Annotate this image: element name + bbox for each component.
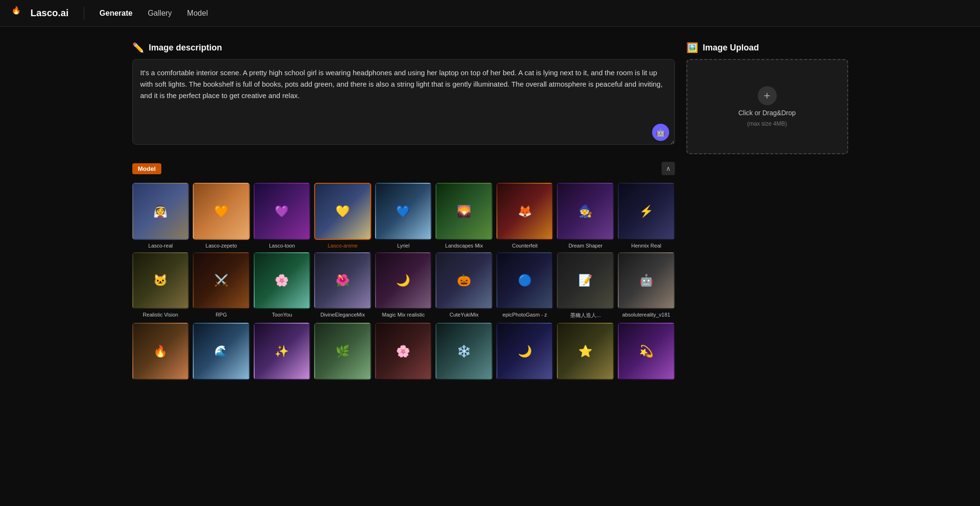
model-name-lyriel: Lyriel [375,243,432,248]
model-thumb-lasco-toon: 💜 [254,183,311,240]
description-textarea[interactable]: It's a comfortable interior scene. A pre… [132,59,675,145]
model-item-lasco-toon[interactable]: 💜 Lasco-toon [254,183,311,248]
model-thumb-row3-6: ❄️ [436,323,493,380]
model-name-lasco-zepeto: Lasco-zepeto [193,243,250,248]
model-thumb-row3-7: 🌙 [496,323,554,380]
upload-label: Click or Drag&Drop [738,109,796,117]
header-divider [84,7,84,20]
model-item-row3-6[interactable]: ❄️ [436,323,493,380]
collapse-button[interactable]: ∧ [662,162,675,175]
model-figure: 📝 [558,253,613,308]
model-item-row3-9[interactable]: 💫 [618,323,675,380]
model-thumb-divine: 🌺 [314,252,371,309]
model-figure: 👰 [133,184,188,239]
model-thumb-row3-2: 🌊 [193,323,250,380]
model-grid-row1: 👰 Lasco-real 🧡 Lasco-zepeto 💜 Lasco-toon [132,183,675,248]
model-item-magic-mix[interactable]: 🌙 Magic Mix realistic [375,252,432,319]
model-item-absolutereality[interactable]: 🤖 absolutereality_v181 [618,252,675,319]
logo[interactable]: 🔥 Lasco.ai [11,6,69,21]
model-item-dream-shaper[interactable]: 🧙 Dream Shaper [557,183,614,248]
model-thumb-lyriel: 💙 [375,183,432,240]
model-figure: 🧡 [194,184,249,239]
upload-sublabel: (max size 4MB) [747,120,787,127]
nav-gallery[interactable]: Gallery [148,7,172,20]
model-thumb-row3-4: 🌿 [314,323,371,380]
model-item-row3-4[interactable]: 🌿 [314,323,371,380]
model-item-toonyou[interactable]: 🌸 ToonYou [254,252,311,319]
collapse-icon: ∧ [666,165,671,172]
model-name-lasco-real: Lasco-real [132,243,189,248]
model-figure: ⚔️ [194,253,249,308]
model-figure: ❄️ [436,324,492,379]
description-section-header: ✏️ Image description [132,42,675,53]
model-item-epic-photogasm[interactable]: 🔵 epicPhotoGasm - z [496,252,554,319]
model-thumb-rpg: ⚔️ [193,252,250,309]
model-item-landscapes-mix[interactable]: 🌄 Landscapes Mix [436,183,493,248]
logo-text: Lasco.ai [30,8,69,19]
model-name-rpg: RPG [193,312,250,317]
nav-generate[interactable]: Generate [99,7,132,20]
description-icon: ✏️ [132,42,144,53]
model-name-lasco-toon: Lasco-toon [254,243,311,248]
nav-model[interactable]: Model [187,7,208,20]
model-item-row3-7[interactable]: 🌙 [496,323,554,380]
model-name-cuteyuki: CuteYukiMix [436,312,493,317]
model-thumb-lasco-real: 👰 [132,183,189,240]
upload-dropzone[interactable]: + Click or Drag&Drop (max size 4MB) [686,59,848,154]
model-badge: Model [132,163,162,174]
model-item-rpg[interactable]: ⚔️ RPG [193,252,250,319]
model-item-lasco-anime[interactable]: 💛 Lasco-anime [314,183,371,248]
model-name-counterfeit: Counterfeit [496,243,554,248]
model-thumb-henmix: ⚡ [618,183,675,240]
model-figure: 🔵 [497,253,553,308]
model-item-row3-2[interactable]: 🌊 [193,323,250,380]
model-figure: ⚡ [619,184,674,239]
upload-section-header: 🖼️ Image Upload [686,42,848,53]
model-thumb-row3-3: ✨ [254,323,311,380]
model-figure: 🌊 [194,324,249,379]
model-thumb-lasco-anime: 💛 [314,183,371,240]
main-content: ✏️ Image description It's a comfortable … [109,27,871,395]
header: 🔥 Lasco.ai Generate Gallery Model [0,0,980,27]
model-figure: 🦊 [497,184,553,239]
model-thumb-landscapes: 🌄 [436,183,493,240]
model-item-mo-di[interactable]: 📝 墨幽人造人... [557,252,614,319]
model-figure: 🔥 [133,324,188,379]
left-column: ✏️ Image description It's a comfortable … [132,42,675,380]
model-section: Model ∧ 👰 Lasco-real 🧡 Lasco-zepe [132,162,675,380]
model-item-row3-1[interactable]: 🔥 [132,323,189,380]
model-item-lasco-zepeto[interactable]: 🧡 Lasco-zepeto [193,183,250,248]
model-figure: 🌙 [497,324,553,379]
model-item-divine-elegance[interactable]: 🌺 DivineEleganceMix [314,252,371,319]
model-thumb-row3-8: ⭐ [557,323,614,380]
model-item-lasco-real[interactable]: 👰 Lasco-real [132,183,189,248]
model-figure: 🎃 [436,253,492,308]
model-item-row3-3[interactable]: ✨ [254,323,311,380]
model-name-dream-shaper: Dream Shaper [557,243,614,248]
model-item-cuteyuki[interactable]: 🎃 CuteYukiMix [436,252,493,319]
model-item-row3-5[interactable]: 🌸 [375,323,432,380]
model-figure: 💜 [255,184,310,239]
model-thumb-mo: 📝 [557,252,614,309]
model-thumb-lasco-zepeto: 🧡 [193,183,250,240]
model-figure: 💛 [315,184,370,239]
model-item-row3-8[interactable]: ⭐ [557,323,614,380]
model-item-lyriel[interactable]: 💙 Lyriel [375,183,432,248]
plus-symbol: + [763,89,770,102]
model-name-landscapes: Landscapes Mix [436,243,493,248]
model-figure: 🧙 [558,184,613,239]
model-thumb-row3-9: 💫 [618,323,675,380]
model-thumb-row3-1: 🔥 [132,323,189,380]
model-item-counterfeit[interactable]: 🦊 Counterfeit [496,183,554,248]
model-figure: 🌸 [255,253,310,308]
model-figure: 🌿 [315,324,370,379]
model-thumb-realistic: 🐱 [132,252,189,309]
model-name-absolutereality: absolutereality_v181 [618,312,675,317]
model-figure: 🐱 [133,253,188,308]
magic-button[interactable]: 🤖 [652,124,669,141]
model-item-realistic-vision[interactable]: 🐱 Realistic Vision [132,252,189,319]
model-figure: 🌸 [376,324,431,379]
model-item-henmix-real[interactable]: ⚡ Henmix Real [618,183,675,248]
model-figure: 🌺 [315,253,370,308]
model-thumb-epic: 🔵 [496,252,554,309]
